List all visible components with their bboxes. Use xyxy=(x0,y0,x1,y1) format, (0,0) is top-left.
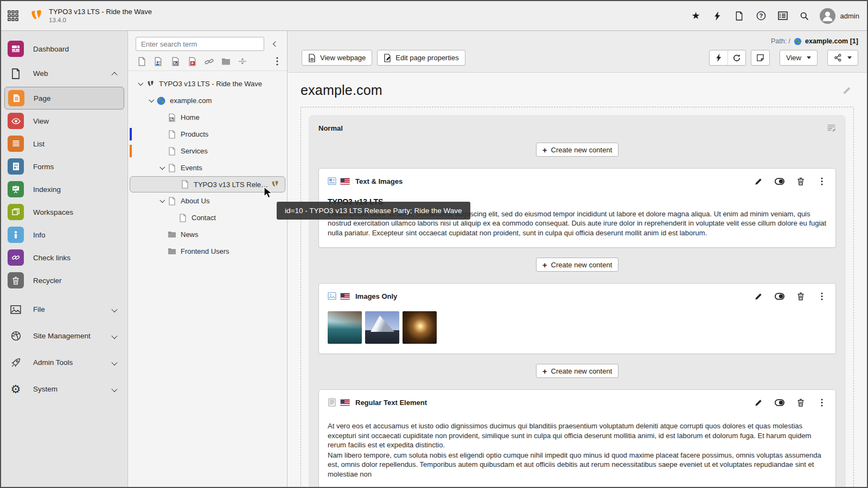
new-link-page-icon[interactable] xyxy=(204,56,214,66)
visibility-toggle-icon[interactable] xyxy=(775,291,784,301)
chevron-down-icon[interactable] xyxy=(157,166,167,170)
tree-more-menu-icon[interactable] xyxy=(273,56,282,66)
module-group-file[interactable]: File xyxy=(1,296,127,323)
tree-node-label: About Us xyxy=(181,197,209,205)
view-webpage-button[interactable]: View webpage xyxy=(302,50,372,66)
thumbnail-light-vortex[interactable] xyxy=(403,311,437,344)
new-page-icon[interactable] xyxy=(137,56,146,66)
visibility-toggle-icon[interactable] xyxy=(775,397,784,407)
caret-down-icon xyxy=(807,56,811,59)
new-page-users-icon[interactable] xyxy=(154,56,163,66)
page-note-icon[interactable] xyxy=(751,50,770,66)
help-icon[interactable]: ? xyxy=(750,1,772,31)
edit-page-properties-button[interactable]: Edit page properties xyxy=(377,50,465,66)
module-list[interactable]: List xyxy=(1,132,127,155)
tree-node-label: Services xyxy=(181,147,208,155)
create-new-content-button[interactable]: + Create new content xyxy=(536,258,619,272)
page-tree: TYPO3 v13 LTS - Ride the Wave example.co… xyxy=(128,71,287,260)
tree-node-root[interactable]: TYPO3 v13 LTS - Ride the Wave xyxy=(128,75,287,92)
more-options-icon[interactable] xyxy=(817,397,827,407)
new-mountpoint-page-icon[interactable] xyxy=(187,56,197,66)
content-element-images-only[interactable]: Images Only xyxy=(318,283,836,354)
module-recycler[interactable]: Recycler xyxy=(1,269,127,292)
module-group-admin-tools[interactable]: Admin Tools xyxy=(1,349,127,376)
module-indexing[interactable]: Indexing xyxy=(1,178,127,201)
column-title: Normal xyxy=(318,124,343,132)
typo3-badge-icon xyxy=(271,180,279,189)
create-new-content-button[interactable]: + Create new content xyxy=(536,364,619,378)
tree-node-contact[interactable]: Contact xyxy=(128,209,287,226)
delete-trash-icon[interactable] xyxy=(796,397,806,407)
tree-node-examplecom[interactable]: example.com xyxy=(128,92,287,109)
new-shortcut-page-icon[interactable] xyxy=(170,56,180,66)
tree-node-events[interactable]: Events xyxy=(128,159,287,176)
indexing-icon xyxy=(8,181,24,197)
tree-node-release-party[interactable]: TYPO3 v13 LTS Release Party xyxy=(130,176,285,192)
opendocs-file-icon[interactable] xyxy=(729,1,750,31)
more-options-icon[interactable] xyxy=(817,291,827,301)
caret-down-icon xyxy=(847,56,852,59)
content-element-title: Regular Text Element xyxy=(355,399,427,407)
view-dropdown[interactable]: View xyxy=(780,50,818,66)
delete-trash-icon[interactable] xyxy=(796,176,806,186)
content-element-regular-text[interactable]: Regular Text Element At vero eos et accu… xyxy=(318,389,836,487)
tree-node-about-us[interactable]: About Us xyxy=(128,192,287,209)
bookmarks-star-icon[interactable]: ★ xyxy=(685,1,707,31)
tree-node-home[interactable]: Home xyxy=(128,109,287,126)
module-group-site-management[interactable]: Site Management xyxy=(1,323,127,349)
user-menu[interactable]: admin xyxy=(820,8,859,24)
module-group-system[interactable]: ⚙ System xyxy=(1,376,127,402)
thumbnail-matterhorn[interactable] xyxy=(365,311,399,344)
refresh-icon[interactable] xyxy=(727,50,745,65)
clear-cache-bolt-icon[interactable] xyxy=(710,50,727,65)
new-folder-icon[interactable] xyxy=(221,56,231,66)
forms-icon xyxy=(8,158,24,175)
clear-cache-bolt-icon[interactable] xyxy=(707,1,729,31)
dashboard-icon xyxy=(8,41,24,57)
create-new-content-button[interactable]: + Create new content xyxy=(536,143,619,157)
search-icon[interactable] xyxy=(794,1,815,31)
share-dropdown[interactable] xyxy=(827,50,858,66)
docheader-buttons: View webpage Edit page properties xyxy=(302,50,858,66)
edit-pencil-icon[interactable] xyxy=(754,176,763,186)
edit-title-pencil-icon[interactable] xyxy=(843,86,852,95)
module-page[interactable]: Page xyxy=(4,87,124,110)
modules-grid-icon[interactable] xyxy=(1,1,25,31)
plus-icon: + xyxy=(542,261,547,269)
collapse-tree-icon[interactable] xyxy=(270,37,282,50)
chevron-down-icon[interactable] xyxy=(146,99,156,102)
chevron-down-icon[interactable] xyxy=(136,82,145,86)
new-spacer-icon[interactable] xyxy=(238,56,247,66)
edit-pencil-icon[interactable] xyxy=(754,291,763,301)
edit-column-icon[interactable] xyxy=(827,124,836,133)
module-group-label: Web xyxy=(33,69,48,78)
module-workspaces[interactable]: Workspaces xyxy=(1,201,127,223)
tree-node-label: News xyxy=(181,230,199,239)
chevron-down-icon xyxy=(112,331,117,341)
module-dashboard[interactable]: Dashboard xyxy=(1,37,127,60)
visibility-toggle-icon[interactable] xyxy=(775,176,784,186)
tree-search-input[interactable] xyxy=(136,37,264,51)
edit-pencil-icon[interactable] xyxy=(754,397,763,407)
module-info[interactable]: Info xyxy=(1,223,127,246)
module-forms[interactable]: Forms xyxy=(1,155,127,178)
thumbnail-coastline[interactable] xyxy=(328,311,362,344)
chevron-up-icon xyxy=(112,69,117,79)
module-view[interactable]: View xyxy=(1,110,127,132)
module-label: List xyxy=(33,140,44,148)
button-label: View webpage xyxy=(320,54,366,62)
content-element-title: Images Only xyxy=(355,292,397,300)
module-check-links[interactable]: Check links xyxy=(1,246,127,269)
tree-node-frontend-users[interactable]: Frontend Users xyxy=(128,243,287,260)
delete-trash-icon[interactable] xyxy=(796,291,806,301)
chevron-down-icon[interactable] xyxy=(157,199,167,203)
system-information-icon[interactable] xyxy=(772,1,794,31)
more-options-icon[interactable] xyxy=(817,176,827,186)
tree-node-products[interactable]: Products xyxy=(128,126,287,143)
chevron-down-icon xyxy=(112,305,117,314)
tree-node-services[interactable]: Services xyxy=(128,143,287,159)
module-group-web[interactable]: Web xyxy=(1,60,127,87)
tree-node-news[interactable]: News xyxy=(128,226,287,243)
module-label: Recycler xyxy=(33,277,62,285)
page-icon xyxy=(167,130,177,139)
